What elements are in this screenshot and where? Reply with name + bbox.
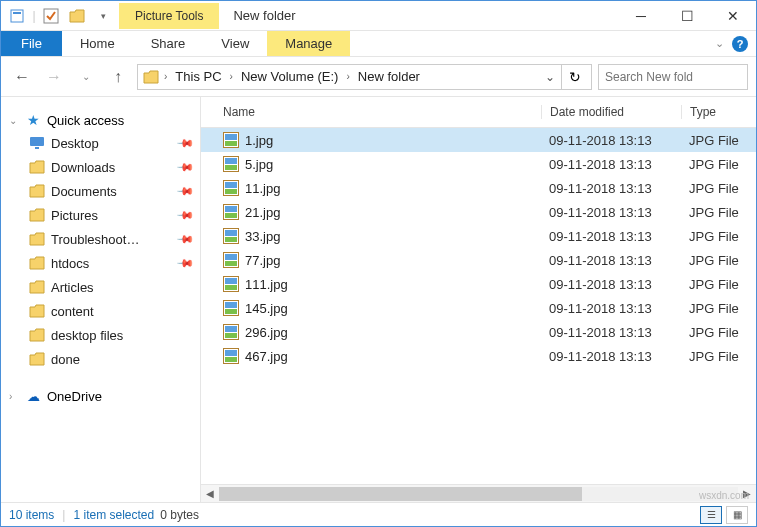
address-bar[interactable]: › This PC › New Volume (E:) › New folder…	[137, 64, 592, 90]
chevron-right-icon[interactable]: ›	[162, 71, 169, 82]
back-button[interactable]: ←	[9, 64, 35, 90]
quick-access-label: Quick access	[47, 113, 124, 128]
file-row[interactable]: 145.jpg09-11-2018 13:13JPG File	[201, 296, 756, 320]
sidebar-item-label: Troubleshoot…	[51, 232, 139, 247]
pin-icon: 📌	[175, 205, 194, 224]
qat-dropdown-icon[interactable]: ▾	[91, 5, 115, 27]
search-input[interactable]	[605, 70, 741, 84]
checkbox-icon[interactable]	[39, 5, 63, 27]
thumbnails-view-button[interactable]: ▦	[726, 506, 748, 524]
file-date: 09-11-2018 13:13	[541, 253, 681, 268]
recent-dropdown-icon[interactable]: ⌄	[73, 64, 99, 90]
close-button[interactable]: ✕	[710, 1, 756, 31]
file-row[interactable]: 296.jpg09-11-2018 13:13JPG File	[201, 320, 756, 344]
file-name: 296.jpg	[245, 325, 288, 340]
status-size: 0 bytes	[160, 508, 199, 522]
help-button[interactable]: ?	[732, 36, 748, 52]
file-rows: 1.jpg09-11-2018 13:13JPG File5.jpg09-11-…	[201, 128, 756, 484]
svg-rect-0	[11, 10, 23, 22]
breadcrumb-volume[interactable]: New Volume (E:)	[237, 69, 343, 84]
folder-icon	[29, 231, 45, 247]
scroll-track[interactable]	[219, 487, 738, 501]
file-type: JPG File	[681, 181, 756, 196]
pin-icon: 📌	[175, 157, 194, 176]
details-view-button[interactable]: ☰	[700, 506, 722, 524]
file-date: 09-11-2018 13:13	[541, 157, 681, 172]
file-row[interactable]: 21.jpg09-11-2018 13:13JPG File	[201, 200, 756, 224]
file-row[interactable]: 111.jpg09-11-2018 13:13JPG File	[201, 272, 756, 296]
svg-rect-3	[30, 137, 44, 146]
sidebar-item-label: Downloads	[51, 160, 115, 175]
sidebar-item[interactable]: Articles	[7, 275, 194, 299]
chevron-right-icon[interactable]: ›	[344, 71, 351, 82]
file-date: 09-11-2018 13:13	[541, 277, 681, 292]
file-date: 09-11-2018 13:13	[541, 325, 681, 340]
horizontal-scrollbar[interactable]: ◀ ▶	[201, 484, 756, 502]
file-tab[interactable]: File	[1, 31, 62, 56]
sidebar-item[interactable]: Documents📌	[7, 179, 194, 203]
tab-manage[interactable]: Manage	[267, 31, 350, 56]
new-folder-icon[interactable]	[65, 5, 89, 27]
image-file-icon	[223, 300, 239, 316]
file-row[interactable]: 33.jpg09-11-2018 13:13JPG File	[201, 224, 756, 248]
status-selected-count: 1 item selected	[73, 508, 154, 522]
pin-icon: 📌	[175, 253, 194, 272]
file-date: 09-11-2018 13:13	[541, 301, 681, 316]
scroll-left-icon[interactable]: ◀	[201, 488, 219, 499]
file-name: 5.jpg	[245, 157, 273, 172]
forward-button[interactable]: →	[41, 64, 67, 90]
breadcrumb-folder[interactable]: New folder	[354, 69, 424, 84]
column-date[interactable]: Date modified	[541, 105, 681, 119]
column-name[interactable]: Name	[201, 105, 541, 119]
chevron-down-icon[interactable]: ⌄	[9, 115, 19, 126]
folder-icon	[29, 303, 45, 319]
sidebar-item[interactable]: Troubleshoot…📌	[7, 227, 194, 251]
sidebar-item[interactable]: htdocs📌	[7, 251, 194, 275]
column-type[interactable]: Type	[681, 105, 756, 119]
properties-icon[interactable]	[5, 5, 29, 27]
sidebar-item[interactable]: done	[7, 347, 194, 371]
folder-icon	[29, 159, 45, 175]
breadcrumb-this-pc[interactable]: This PC	[171, 69, 225, 84]
chevron-right-icon[interactable]: ›	[228, 71, 235, 82]
onedrive-label: OneDrive	[47, 389, 102, 404]
sidebar-item[interactable]: Downloads📌	[7, 155, 194, 179]
sidebar-item[interactable]: Desktop📌	[7, 131, 194, 155]
address-dropdown-icon[interactable]: ⌄	[541, 70, 559, 84]
sidebar-item-label: Desktop	[51, 136, 99, 151]
onedrive-node[interactable]: › ☁ OneDrive	[7, 385, 194, 407]
file-type: JPG File	[681, 301, 756, 316]
file-type: JPG File	[681, 325, 756, 340]
file-type: JPG File	[681, 205, 756, 220]
file-row[interactable]: 77.jpg09-11-2018 13:13JPG File	[201, 248, 756, 272]
file-row[interactable]: 5.jpg09-11-2018 13:13JPG File	[201, 152, 756, 176]
folder-icon	[29, 183, 45, 199]
tab-home[interactable]: Home	[62, 31, 133, 56]
cloud-icon: ☁	[25, 388, 41, 404]
file-row[interactable]: 467.jpg09-11-2018 13:13JPG File	[201, 344, 756, 368]
scroll-thumb[interactable]	[219, 487, 582, 501]
up-button[interactable]: ↑	[105, 64, 131, 90]
quick-access-node[interactable]: ⌄ ★ Quick access	[7, 109, 194, 131]
file-name: 467.jpg	[245, 349, 288, 364]
minimize-button[interactable]: ─	[618, 1, 664, 31]
file-row[interactable]: 1.jpg09-11-2018 13:13JPG File	[201, 128, 756, 152]
window-title: New folder	[225, 8, 618, 23]
sidebar-item-label: desktop files	[51, 328, 123, 343]
ribbon-collapse-icon[interactable]: ⌄	[715, 37, 724, 50]
pin-icon: 📌	[175, 229, 194, 248]
address-folder-icon	[142, 68, 160, 86]
tab-share[interactable]: Share	[133, 31, 204, 56]
chevron-right-icon[interactable]: ›	[9, 391, 19, 402]
sidebar-item[interactable]: content	[7, 299, 194, 323]
file-type: JPG File	[681, 229, 756, 244]
refresh-button[interactable]: ↻	[561, 64, 587, 90]
file-name: 111.jpg	[245, 277, 288, 292]
maximize-button[interactable]: ☐	[664, 1, 710, 31]
search-box[interactable]	[598, 64, 748, 90]
tab-view[interactable]: View	[203, 31, 267, 56]
sidebar-item[interactable]: Pictures📌	[7, 203, 194, 227]
folder-icon	[29, 327, 45, 343]
file-row[interactable]: 11.jpg09-11-2018 13:13JPG File	[201, 176, 756, 200]
sidebar-item[interactable]: desktop files	[7, 323, 194, 347]
